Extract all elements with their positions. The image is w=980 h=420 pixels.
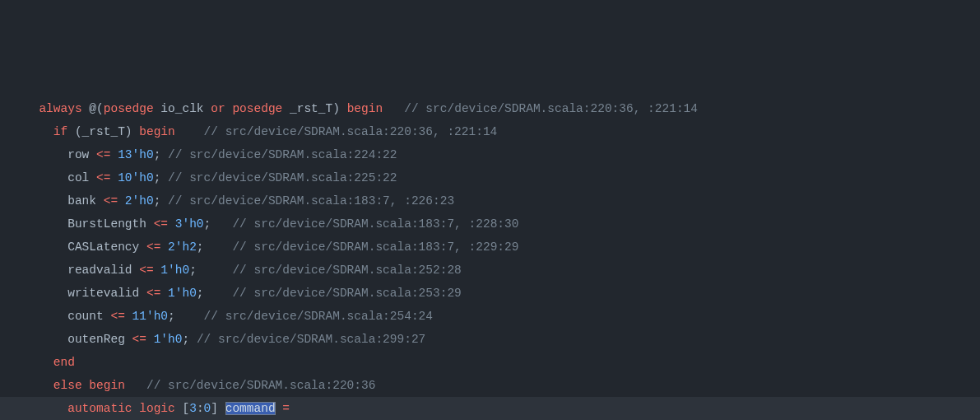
text-token: count [67,310,110,323]
keyword-token: posedge [104,102,154,115]
number-token: 2'h2 [168,240,197,254]
text-token: writevalid [67,287,146,300]
keyword-token: or [211,102,225,115]
text-token: bank [67,194,104,208]
keyword-token: end [53,356,75,369]
code-line[interactable]: col <= 10'h0; // src/device/SDRAM.scala:… [0,166,980,189]
text-token: readvalid [67,264,139,277]
text-token: ; [182,333,196,346]
code-line[interactable]: readvalid <= 1'h0; // src/device/SDRAM.s… [0,259,980,282]
text-token: ; [204,217,233,231]
number-token: 3'h0 [175,217,204,231]
selected-token: command [225,402,276,415]
comment-token: // src/device/SDRAM.scala:220:36 [146,379,375,392]
keyword-token: <= [104,194,118,208]
text-token [146,333,154,346]
comment-token: // src/device/SDRAM.scala:220:36, :221:1… [204,125,498,138]
text-token: col [67,171,96,184]
comment-token: // src/device/SDRAM.scala:254:24 [204,310,433,323]
comment-token: // src/device/SDRAM.scala:220:36, :221:1… [404,102,698,115]
comment-token: // src/device/SDRAM.scala:183:7, :228:30 [232,217,518,231]
text-token: ; [189,264,232,277]
code-line[interactable]: CASLatency <= 2'h2; // src/device/SDRAM.… [0,236,980,259]
keyword-token: <= [146,240,160,254]
number-token: 1'h0 [154,333,183,346]
comment-token: // src/device/SDRAM.scala:253:29 [232,287,461,300]
text-token [118,194,125,208]
code-line[interactable]: outenReg <= 1'h0; // src/device/SDRAM.sc… [0,328,980,351]
text-token [168,217,175,231]
text-token: (_rst_T) [67,125,139,138]
code-viewer[interactable]: always @(posedge io_clk or posedge _rst_… [0,97,980,420]
text-token: ; [197,240,233,254]
keyword-token: else [53,379,82,392]
keyword-token: = [282,402,290,415]
keyword-token: <= [146,287,160,300]
number-token: 0 [204,402,211,415]
code-line[interactable]: if (_rst_T) begin // src/device/SDRAM.sc… [0,120,980,143]
text-token: [ [175,402,189,415]
code-line[interactable]: bank <= 2'h0; // src/device/SDRAM.scala:… [0,189,980,212]
text-token [110,148,118,161]
text-token: ; [154,148,168,161]
text-token [276,402,283,415]
number-token: 10'h0 [118,171,154,184]
code-line[interactable]: BurstLength <= 3'h0; // src/device/SDRAM… [0,212,980,236]
number-token: 13'h0 [118,148,154,161]
keyword-token: begin [139,125,175,138]
code-line[interactable]: writevalid <= 1'h0; // src/device/SDRAM.… [0,282,980,305]
comment-token: // src/device/SDRAM.scala:183:7, :229:29 [232,240,518,254]
number-token: 11'h0 [132,310,169,323]
comment-token: // src/device/SDRAM.scala:183:7, :226:23 [168,194,454,208]
text-token [132,402,140,415]
keyword-token: automatic [67,402,132,415]
text-token: : [197,402,204,415]
comment-token: // src/device/SDRAM.scala:225:22 [168,171,397,184]
code-line[interactable]: count <= 11'h0; // src/device/SDRAM.scal… [0,305,980,328]
code-line[interactable]: else begin // src/device/SDRAM.scala:220… [0,374,980,397]
keyword-token: logic [139,402,175,415]
code-line[interactable]: row <= 13'h0; // src/device/SDRAM.scala:… [0,143,980,166]
keyword-token: always [39,102,81,115]
text-token [125,379,146,392]
keyword-token: <= [110,310,124,323]
code-line[interactable]: automatic logic [3:0] command = [0,397,980,420]
text-token [383,102,404,115]
keyword-token: posedge [232,102,282,115]
text-token: ; [154,194,168,208]
keyword-token: <= [132,333,146,346]
text-token: BurstLength [67,217,153,231]
keyword-token: <= [96,171,110,184]
text-token: row [67,148,96,161]
text-token [160,240,168,254]
comment-token: // src/device/SDRAM.scala:252:28 [232,264,461,277]
text-token [125,310,132,323]
code-line[interactable]: always @(posedge io_clk or posedge _rst_… [0,97,980,120]
number-token: 3 [189,402,197,415]
text-token: ] [211,402,225,415]
text-token: ; [168,310,204,323]
text-token: outenReg [67,333,132,346]
text-token: io_clk [154,102,211,115]
keyword-token: begin [347,102,383,115]
text-token [160,287,168,300]
text-token [175,125,204,138]
keyword-token: <= [154,217,168,231]
text-token: ; [154,171,168,184]
number-token: 1'h0 [168,287,197,300]
code-line[interactable]: end [0,351,980,374]
text-token: @( [82,102,104,115]
comment-token: // src/device/SDRAM.scala:224:22 [168,148,397,161]
number-token: 2'h0 [125,194,154,208]
text-token: _rst_T) [282,102,346,115]
keyword-token: <= [139,264,153,277]
keyword-token: if [53,125,67,138]
number-token: 1'h0 [160,264,189,277]
text-token: CASLatency [67,240,146,254]
text-token [110,171,118,184]
keyword-token: begin [89,379,125,392]
text-token: ; [197,287,233,300]
comment-token: // src/device/SDRAM.scala:299:27 [197,333,425,346]
keyword-token: <= [96,148,110,161]
